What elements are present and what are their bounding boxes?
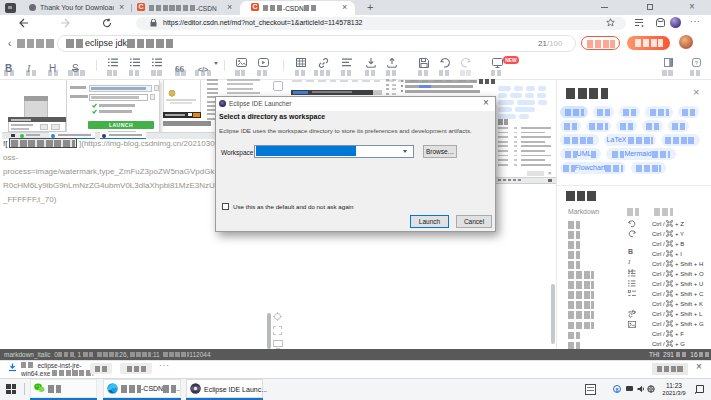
svg-text:?: ?: [694, 60, 698, 66]
